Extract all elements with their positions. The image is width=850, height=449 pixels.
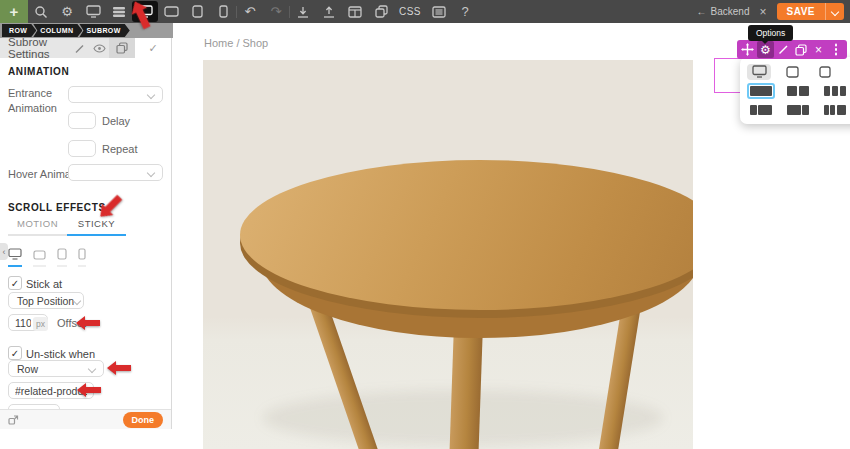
popover-device-row bbox=[747, 64, 850, 80]
edit-pencil-icon[interactable] bbox=[775, 41, 792, 58]
responsive-device-tabs bbox=[8, 248, 86, 267]
sidebar-body: ANIMATION Entrance Animation Delay Repea… bbox=[0, 58, 171, 409]
phone-view-icon[interactable] bbox=[210, 0, 236, 23]
move-icon[interactable] bbox=[739, 41, 756, 58]
entrance-animation-select[interactable] bbox=[68, 86, 163, 103]
help-button[interactable]: ? bbox=[452, 0, 478, 23]
redo-icon[interactable]: ↷ bbox=[263, 0, 289, 23]
animation-delay-input[interactable] bbox=[68, 112, 96, 129]
search-icon[interactable] bbox=[28, 0, 54, 23]
sidebar-footer: Done bbox=[0, 409, 171, 429]
unstick-checkbox[interactable]: ✓ bbox=[8, 346, 22, 360]
popover-desktop-icon[interactable] bbox=[747, 64, 771, 80]
offset-unit-chip: px bbox=[33, 317, 48, 331]
device-tablet-landscape-icon[interactable] bbox=[33, 248, 46, 267]
undo-icon[interactable]: ↶ bbox=[237, 0, 263, 23]
subrow-options-toolbar: ⚙ × bbox=[737, 40, 847, 59]
subrow-layout-popover bbox=[740, 57, 850, 124]
stick-at-label: Stick at bbox=[26, 278, 62, 290]
popover-tablet-portrait-icon[interactable] bbox=[813, 64, 837, 80]
chevron-down-icon bbox=[147, 90, 155, 98]
stick-at-checkbox[interactable]: ✓ bbox=[8, 276, 22, 290]
chevron-down-icon bbox=[73, 296, 81, 304]
sidebar-header: Subrow Settings ✓ bbox=[0, 38, 171, 58]
tablet-landscape-view-icon[interactable] bbox=[158, 0, 184, 23]
scroll-effects-tabs: MOTION STICKY bbox=[8, 218, 126, 236]
col-layout-1-1-2[interactable] bbox=[821, 102, 849, 118]
chevron-down-icon bbox=[44, 408, 52, 409]
page-breadcrumb[interactable]: Home / Shop bbox=[204, 37, 268, 49]
annotation-arrow-selector bbox=[76, 383, 102, 397]
annotation-arrow-offset bbox=[75, 316, 101, 330]
chevron-down-icon bbox=[88, 364, 96, 372]
popover-phone-icon[interactable] bbox=[846, 64, 850, 80]
device-tablet-portrait-icon[interactable] bbox=[57, 248, 67, 267]
options-tooltip: Options bbox=[748, 25, 793, 41]
css-editor-button[interactable]: CSS bbox=[394, 0, 426, 23]
more-options-dots-icon[interactable] bbox=[828, 41, 845, 58]
load-layout-icon[interactable] bbox=[290, 0, 316, 23]
visual-builder-app: + ⚙ ↶ ↷ bbox=[0, 0, 850, 449]
settings-gear-icon[interactable]: ⚙ bbox=[54, 0, 80, 23]
animation-section-heading: ANIMATION bbox=[8, 66, 69, 77]
sidebar-collapse-handle[interactable]: ‹ bbox=[0, 243, 8, 260]
tab-sticky[interactable]: STICKY bbox=[67, 218, 126, 236]
save-options-chevron[interactable] bbox=[826, 9, 844, 15]
monitor-preview-icon[interactable] bbox=[80, 0, 106, 23]
tablet-portrait-view-icon[interactable] bbox=[184, 0, 210, 23]
hits-select[interactable]: Hits bbox=[8, 404, 60, 409]
save-button[interactable]: SAVE bbox=[777, 3, 845, 20]
add-module-button[interactable]: + bbox=[0, 0, 28, 23]
animation-repeat-label: Repeat bbox=[102, 143, 137, 155]
tab-motion[interactable]: MOTION bbox=[8, 218, 67, 236]
back-arrow-icon: ← bbox=[697, 6, 707, 17]
breadcrumb-chip-subrow[interactable]: SUBROW bbox=[79, 24, 129, 37]
chevron-down-icon bbox=[147, 168, 155, 176]
col-layout-2-1[interactable] bbox=[784, 102, 812, 118]
copy-styles-icon[interactable] bbox=[368, 0, 394, 23]
scroll-effects-section-heading: SCROLL EFFECTS bbox=[8, 202, 106, 213]
popover-layout-row-1 bbox=[747, 83, 850, 99]
col-layout-3[interactable] bbox=[821, 83, 849, 99]
done-button[interactable]: Done bbox=[123, 412, 164, 428]
exit-to-backend-button[interactable]: ← Backend bbox=[697, 6, 750, 17]
col-layout-1-2[interactable] bbox=[747, 102, 775, 118]
preview-eye-icon[interactable] bbox=[89, 38, 109, 58]
portability-window-icon[interactable] bbox=[342, 0, 368, 23]
popover-tablet-landscape-icon[interactable] bbox=[780, 64, 804, 80]
breadcrumb-chip-column[interactable]: COLUMN bbox=[33, 24, 82, 37]
edit-pencil-icon[interactable] bbox=[69, 38, 89, 58]
swap-view-icon[interactable] bbox=[8, 414, 19, 425]
product-image-round-oak-table bbox=[203, 60, 693, 449]
col-layout-1-selected[interactable] bbox=[747, 83, 775, 99]
hover-animation-select[interactable] bbox=[68, 164, 163, 181]
breadcrumb-chip-row[interactable]: ROW bbox=[2, 24, 36, 37]
device-desktop-icon[interactable] bbox=[8, 248, 22, 267]
toolbar-right-group: ← Backend × SAVE bbox=[697, 3, 850, 20]
duplicate-icon[interactable] bbox=[792, 41, 809, 58]
unstick-label: Un-stick when bbox=[26, 348, 95, 360]
device-phone-icon[interactable] bbox=[78, 248, 86, 267]
close-builder-icon[interactable]: × bbox=[759, 5, 766, 19]
table-top bbox=[240, 160, 693, 310]
animation-delay-label: Delay bbox=[102, 115, 130, 127]
col-layout-2[interactable] bbox=[784, 83, 812, 99]
extend-styles-icon[interactable] bbox=[109, 38, 135, 58]
wireframe-view-icon[interactable] bbox=[426, 0, 452, 23]
popover-layout-row-2 bbox=[747, 102, 850, 118]
settings-sidebar: Subrow Settings ✓ ANIMATION Entrance Ani… bbox=[0, 38, 172, 429]
save-layout-icon[interactable] bbox=[316, 0, 342, 23]
stick-position-select[interactable]: Top Position bbox=[8, 292, 84, 309]
delete-x-icon[interactable]: × bbox=[810, 41, 827, 58]
annotation-arrow-row-select bbox=[106, 361, 132, 375]
entrance-animation-label: Entrance Animation bbox=[8, 86, 62, 116]
animation-repeat-input[interactable] bbox=[68, 140, 96, 157]
unstick-element-select[interactable]: Row bbox=[8, 360, 104, 377]
confirm-check-icon[interactable]: ✓ bbox=[135, 38, 171, 58]
sidebar-title: Subrow Settings bbox=[0, 36, 69, 60]
